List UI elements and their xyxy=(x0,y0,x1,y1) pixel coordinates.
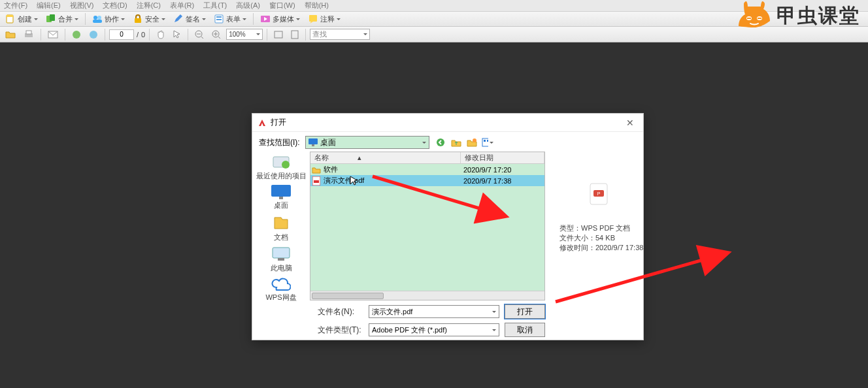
open-folder-button[interactable] xyxy=(3,28,18,41)
svg-rect-13 xyxy=(309,15,317,22)
dropdown-icon xyxy=(296,18,300,20)
open-button[interactable]: 打开 xyxy=(505,304,545,319)
dropdown-icon xyxy=(161,18,165,20)
place-documents[interactable]: 文档 xyxy=(273,214,290,242)
fit-page-button[interactable] xyxy=(288,28,301,41)
menu-tools[interactable]: 工具(T) xyxy=(203,1,227,10)
zoom-in-button[interactable] xyxy=(209,28,224,41)
file-name: 演示文件.pdf xyxy=(322,176,461,186)
note-icon xyxy=(308,14,318,24)
pdf-file-icon xyxy=(312,176,320,186)
brand-logo-icon xyxy=(737,1,771,30)
new-folder-button[interactable] xyxy=(466,137,478,148)
page-separator: / xyxy=(137,31,139,39)
svg-rect-33 xyxy=(312,144,314,146)
up-button[interactable] xyxy=(450,137,462,148)
mail-button[interactable] xyxy=(45,28,61,41)
place-computer-label: 此电脑 xyxy=(271,263,292,273)
documents-icon xyxy=(273,214,290,231)
attach-button[interactable] xyxy=(86,28,101,41)
form-button[interactable]: 表单 xyxy=(211,12,249,25)
cursor-icon xyxy=(173,30,181,39)
dropdown-icon xyxy=(256,33,260,35)
secure-button[interactable]: 安全 xyxy=(130,12,168,25)
print-button[interactable] xyxy=(21,28,37,41)
annotate-button[interactable]: 注释 xyxy=(305,12,343,25)
menu-comments[interactable]: 注释(C) xyxy=(137,1,161,10)
file-list-header: 名称▴ 修改日期 xyxy=(310,152,544,164)
file-row-pdf[interactable]: 演示文件.pdf 2020/9/7 17:38 xyxy=(310,175,544,186)
preview-pane: P 类型：WPS PDF 文档 文件大小：54 KB 修改时间：2020/9/7… xyxy=(559,183,638,253)
create-label: 创建 xyxy=(18,14,32,24)
media-button[interactable]: 多媒体 xyxy=(258,12,303,25)
cancel-button[interactable]: 取消 xyxy=(505,323,545,337)
view-menu-button[interactable] xyxy=(482,137,493,148)
separator xyxy=(105,29,105,40)
svg-point-35 xyxy=(473,138,476,142)
find-input[interactable]: 查找 xyxy=(310,29,370,40)
fit-page-icon xyxy=(291,30,299,39)
sign-button[interactable]: 签名 xyxy=(171,12,209,25)
place-recent[interactable]: 最近使用的项目 xyxy=(256,153,307,181)
annotate-label: 注释 xyxy=(320,14,335,24)
svg-rect-7 xyxy=(135,18,141,23)
menu-view[interactable]: 视图(V) xyxy=(70,1,94,10)
page-number-input[interactable] xyxy=(109,29,134,40)
svg-point-4 xyxy=(93,16,97,20)
desktop-icon xyxy=(309,138,318,146)
menu-edit[interactable]: 编辑(E) xyxy=(37,1,61,10)
share-button[interactable] xyxy=(69,28,84,41)
svg-rect-30 xyxy=(747,18,751,19)
col-date[interactable]: 修改日期 xyxy=(461,152,544,163)
create-button[interactable]: 创建 xyxy=(3,12,41,25)
zoom-out-button[interactable] xyxy=(192,28,207,41)
horizontal-scrollbar[interactable] xyxy=(310,291,544,300)
preview-type: 类型：WPS PDF 文档 xyxy=(559,223,638,233)
menu-help[interactable]: 帮助(H) xyxy=(305,1,329,10)
place-desktop[interactable]: 桌面 xyxy=(271,185,291,210)
combine-button[interactable]: 合并 xyxy=(43,12,81,25)
fit-width-button[interactable] xyxy=(271,28,286,41)
svg-rect-46 xyxy=(314,180,319,183)
place-wps[interactable]: WPS网盘 xyxy=(265,277,296,302)
scrollbar-thumb[interactable] xyxy=(312,293,384,299)
zoom-value: 100% xyxy=(229,31,246,38)
menu-window[interactable]: 窗口(W) xyxy=(269,1,295,10)
zoom-in-icon xyxy=(212,30,221,39)
cloud-icon xyxy=(271,277,291,291)
menu-forms[interactable]: 表单(R) xyxy=(170,1,194,10)
combine-icon xyxy=(46,14,56,24)
col-name[interactable]: 名称▴ xyxy=(310,152,461,163)
dropdown-icon xyxy=(422,142,426,144)
back-button[interactable] xyxy=(435,137,446,148)
share-icon xyxy=(72,30,81,39)
dialog-close-button[interactable]: ✕ xyxy=(622,116,638,129)
file-date: 2020/9/7 17:20 xyxy=(461,166,544,174)
select-tool[interactable] xyxy=(171,28,184,41)
computer-icon xyxy=(271,246,291,262)
place-recent-label: 最近使用的项目 xyxy=(256,171,307,181)
menu-advanced[interactable]: 高级(A) xyxy=(236,1,260,10)
form-label: 表单 xyxy=(226,14,241,24)
secure-label: 安全 xyxy=(145,14,159,24)
folder-open-icon xyxy=(5,30,16,39)
svg-point-34 xyxy=(437,138,444,146)
file-row-folder[interactable]: 软件 2020/9/7 17:20 xyxy=(310,164,544,175)
file-list[interactable]: 名称▴ 修改日期 软件 2020/9/7 17:20 演示文件.pdf 2020… xyxy=(310,152,545,300)
filetype-select[interactable]: Adobe PDF 文件 (*.pdf) xyxy=(369,323,499,336)
dropdown-icon xyxy=(242,18,246,20)
new-folder-icon xyxy=(467,138,477,147)
hand-tool[interactable] xyxy=(154,28,168,41)
svg-rect-42 xyxy=(279,197,283,199)
filename-input[interactable]: 演示文件.pdf xyxy=(369,305,499,318)
dropdown-icon xyxy=(75,18,78,20)
zoom-select[interactable]: 100% xyxy=(226,29,263,40)
collab-button[interactable]: 协作 xyxy=(90,12,127,25)
menu-document[interactable]: 文档(D) xyxy=(103,1,127,10)
brand-text: 甲虫课堂 xyxy=(776,3,860,29)
lookin-row: 查找范围(I): 桌面 xyxy=(252,132,643,152)
place-computer[interactable]: 此电脑 xyxy=(271,246,292,273)
menu-file[interactable]: 文件(F) xyxy=(4,1,27,10)
lookin-select[interactable]: 桌面 xyxy=(305,136,429,149)
sort-up-icon: ▴ xyxy=(358,154,361,162)
